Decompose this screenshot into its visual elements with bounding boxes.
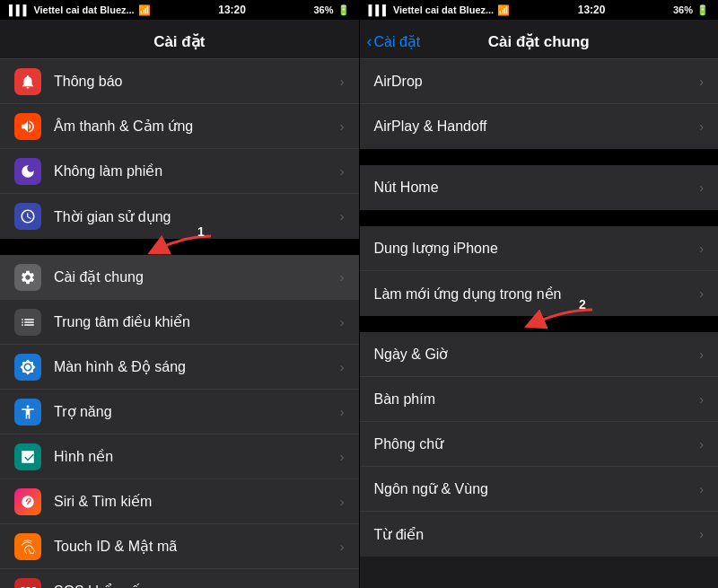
thong-bao-chevron: › [340,75,345,89]
khong-lam-phien-label: Không làm phiền [54,162,340,180]
tro-nang-icon [14,399,41,426]
right-section-3: Dung lượng iPhone › Làm mới ứng dụng tro… [360,226,719,316]
settings-item-tu-dien[interactable]: Từ điển › [360,512,719,557]
right-time: 13:20 [578,4,606,16]
settings-item-dung-luong[interactable]: Dung lượng iPhone › [360,226,719,271]
tro-nang-label: Trợ năng [54,403,340,420]
thong-bao-icon [14,68,41,95]
settings-item-tro-nang[interactable]: Trợ năng › [0,390,359,434]
settings-item-siri[interactable]: Siri & Tìm kiếm › [0,479,359,524]
left-settings-list[interactable]: Thông báo › Âm thanh & Cảm ứng › Không l… [0,59,359,588]
airplay-chevron: › [699,119,704,134]
cai-dat-chung-chevron: › [340,270,345,285]
left-carrier: ▌▌▌ Viettel cai dat Bluez... 📶 [9,4,151,16]
phong-chu-label: Phông chữ [374,435,700,452]
ngay-gio-chevron: › [699,347,704,362]
right-title: Cài đặt chung [488,32,590,51]
lam-moi-label: Làm mới ứng dụng trong nền [374,285,700,303]
settings-item-ngon-ngu[interactable]: Ngôn ngữ & Vùng › [360,467,719,512]
left-time: 13:20 [218,4,246,16]
left-title: Cài đặt [153,32,205,51]
am-thanh-icon [14,113,41,140]
khong-lam-phien-icon [14,158,41,185]
dung-luong-label: Dung lượng iPhone [374,240,700,257]
back-button[interactable]: ‹ Cài đặt [367,32,421,51]
left-section-1: Thông báo › Âm thanh & Cảm ứng › Không l… [0,59,359,239]
right-section-gap-3 [360,316,719,332]
right-settings-list[interactable]: AirDrop › AirPlay & Handoff › Nút Home ›… [360,59,719,588]
left-panel: ▌▌▌ Viettel cai dat Bluez... 📶 13:20 36%… [0,0,359,588]
wifi-icon: 📶 [138,4,151,16]
left-status-bar: ▌▌▌ Viettel cai dat Bluez... 📶 13:20 36%… [0,0,359,20]
settings-item-nut-home[interactable]: Nút Home › [360,165,719,210]
trung-tam-label: Trung tâm điều khiển [54,313,340,330]
thong-bao-label: Thông báo [54,74,340,90]
settings-item-touch-id[interactable]: Touch ID & Mật mã › [0,524,359,569]
tro-nang-chevron: › [340,405,345,419]
settings-item-airplay[interactable]: AirPlay & Handoff › [360,104,719,149]
settings-item-cai-dat-chung[interactable]: Cài đặt chung › [0,255,359,300]
right-carrier: ▌▌▌ Viettel cai dat Bluez... 📶 [369,4,511,16]
settings-item-khong-lam-phien[interactable]: Không làm phiền › [0,149,359,194]
airdrop-chevron: › [699,75,704,89]
right-battery: 36% 🔋 [673,4,709,16]
trung-tam-chevron: › [340,315,345,329]
right-section-4: Ngày & Giờ › Bàn phím › Phông chữ › Ngôn… [360,332,719,557]
right-section-gap-1 [360,149,719,165]
khong-lam-phien-chevron: › [340,164,345,179]
ngon-ngu-chevron: › [699,482,704,496]
ban-phim-chevron: › [699,392,704,407]
airplay-label: AirPlay & Handoff [374,118,700,135]
siri-chevron: › [340,495,345,509]
sos-icon: SOS [14,578,41,589]
am-thanh-label: Âm thanh & Cảm ứng [54,118,340,135]
settings-item-airdrop[interactable]: AirDrop › [360,59,719,104]
touch-id-icon [14,533,41,560]
settings-item-thong-bao[interactable]: Thông báo › [0,59,359,104]
battery-icon: 🔋 [337,4,350,16]
right-section-1: AirDrop › AirPlay & Handoff › [360,59,719,149]
thoi-gian-icon [14,203,41,230]
ngay-gio-label: Ngày & Giờ [374,346,700,363]
right-signal-icon: ▌▌▌ [369,4,390,15]
settings-item-ngay-gio[interactable]: Ngày & Giờ › [360,332,719,377]
back-chevron-icon: ‹ [367,32,372,51]
hinh-nen-chevron: › [340,450,345,464]
touch-id-label: Touch ID & Mật mã [54,538,340,555]
right-status-bar: ▌▌▌ Viettel cai dat Bluez... 📶 13:20 36%… [360,0,719,20]
settings-item-thoi-gian[interactable]: Thời gian sử dụng › [0,194,359,239]
tu-dien-label: Từ điển [374,526,700,543]
back-label: Cài đặt [374,33,421,50]
right-battery-icon: 🔋 [696,4,709,16]
hinh-nen-icon [14,443,41,470]
right-section-2: Nút Home › [360,165,719,210]
man-hinh-chevron: › [340,360,345,374]
settings-item-man-hinh[interactable]: Màn hình & Độ sáng › [0,345,359,390]
phong-chu-chevron: › [699,437,704,452]
settings-item-sos[interactable]: SOS SOS khẩn cấp › [0,569,359,588]
left-section-2: Cài đặt chung › Trung tâm điều khiển › M… [0,255,359,588]
cai-dat-chung-icon [14,264,41,291]
settings-item-hinh-nen[interactable]: Hình nền › [0,434,359,479]
sos-chevron: › [340,584,345,589]
nut-home-label: Nút Home [374,180,700,196]
trung-tam-icon [14,309,41,336]
dung-luong-chevron: › [699,241,704,256]
lam-moi-chevron: › [699,286,704,301]
settings-item-ban-phim[interactable]: Bàn phím › [360,377,719,422]
settings-item-phong-chu[interactable]: Phông chữ › [360,422,719,467]
tu-dien-chevron: › [699,527,704,541]
hinh-nen-label: Hình nền [54,448,340,465]
thoi-gian-label: Thời gian sử dụng [54,208,340,225]
man-hinh-label: Màn hình & Độ sáng [54,358,340,375]
left-section-gap-1 [0,239,359,255]
siri-label: Siri & Tìm kiếm [54,493,340,510]
left-header: Cài đặt [0,20,359,59]
settings-item-am-thanh[interactable]: Âm thanh & Cảm ứng › [0,104,359,149]
ban-phim-label: Bàn phím [374,391,700,408]
right-section-gap-2 [360,210,719,226]
settings-item-trung-tam[interactable]: Trung tâm điều khiển › [0,300,359,345]
am-thanh-chevron: › [340,119,345,134]
settings-item-lam-moi[interactable]: Làm mới ứng dụng trong nền › [360,271,719,316]
siri-icon [14,488,41,515]
